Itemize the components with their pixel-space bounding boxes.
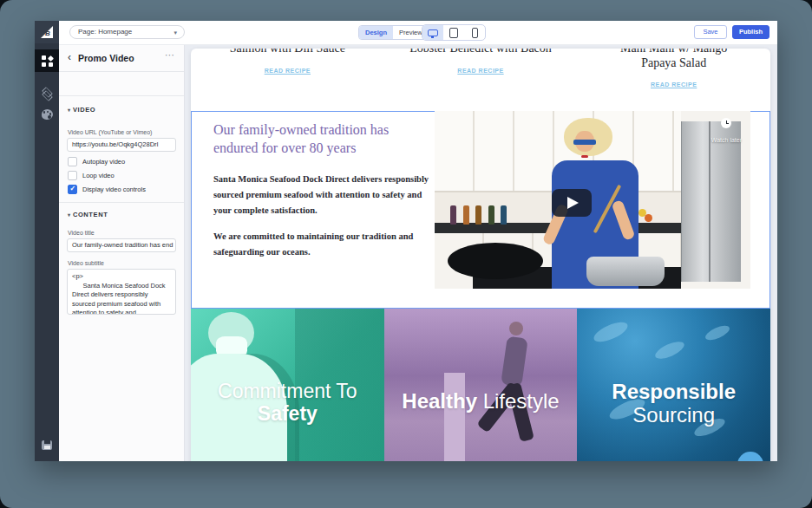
bottle-shape [488, 205, 494, 225]
fish-shape [653, 338, 687, 361]
sidebar-item-styles[interactable] [35, 103, 59, 126]
bottle-shape [450, 205, 456, 225]
device-tablet-button[interactable] [443, 25, 464, 40]
checkbox[interactable] [68, 171, 77, 180]
tile-responsible-sourcing[interactable]: Responsible Sourcing [577, 309, 770, 461]
feature-tiles-row: Commitment To Safety Healthy Lifestyle [191, 309, 770, 461]
device-desktop-button[interactable] [422, 25, 443, 40]
host-lips [581, 155, 588, 158]
top-toolbar: Page: Homepage Design Preview Save Publi… [59, 21, 777, 45]
autoplay-checkbox-row[interactable]: Autoplay video [68, 157, 125, 166]
fish-shape [592, 318, 631, 346]
tab-design[interactable]: Design [359, 26, 393, 39]
section-header-content[interactable]: CONTENT [68, 211, 108, 218]
settings-panel: Promo Video VIDEO Video URL (YouTube or … [59, 45, 185, 461]
read-recipe-link[interactable]: READ RECIPE [651, 81, 697, 88]
recipe-title-clip: Salmon with Dill Sauce [191, 49, 384, 64]
bottle-shape [475, 205, 481, 225]
clock-icon [721, 118, 731, 128]
layers-icon [42, 89, 53, 100]
divider [59, 71, 184, 72]
page-selector-dropdown[interactable]: Page: Homepage [69, 25, 185, 39]
recipe-title-clip: Mahi Mahi w/ Mango Papaya Salad [577, 49, 770, 78]
tile-label-line1: Commitment To [218, 380, 357, 402]
video-subtitle-textarea[interactable]: <p> Santa Monica Seafood Dock Direct del… [67, 269, 176, 315]
recipes-row: Salmon with Dill Sauce READ RECIPE Lobst… [191, 49, 770, 111]
checkbox[interactable] [68, 185, 77, 194]
tile-healthy-lifestyle[interactable]: Healthy Lifestyle [384, 309, 578, 461]
cooking-pot [586, 257, 665, 286]
video-url-input[interactable]: https://youtu.be/Oqkg4Q28DrI [67, 138, 176, 152]
tile-label-word1: Healthy [402, 389, 477, 413]
divider [59, 95, 184, 96]
recipe-title: Mahi Mahi w/ Mango Papaya Salad [601, 49, 746, 70]
play-button[interactable] [552, 189, 592, 217]
tile-label-line2: Sourcing [632, 403, 715, 427]
fruit-shape [645, 214, 652, 222]
brand-logo-letter: B [45, 29, 50, 37]
app-window: B Page: Homepage Design Preview [35, 21, 777, 461]
runner-silhouette [501, 336, 528, 388]
back-chevron-icon[interactable] [68, 51, 71, 63]
recipe-title-clip: Lobster Benedict with Bacon [384, 49, 578, 64]
controls-checkbox-label: Display video controls [82, 186, 146, 193]
autoplay-checkbox-label: Autoplay video [82, 158, 125, 166]
recipe-card-salmon: Salmon with Dill Sauce READ RECIPE [191, 49, 384, 111]
promo-video-section-selected[interactable]: Our family-owned tradition has endured f… [191, 111, 770, 309]
bottle-shape [501, 205, 507, 225]
video-title-input[interactable]: Our family-owned tradition has end [67, 238, 176, 252]
runner-silhouette [509, 322, 523, 335]
tablet-icon [449, 28, 458, 38]
bottle-shape [463, 205, 469, 225]
tile-commitment-to-safety[interactable]: Commitment To Safety [191, 309, 384, 461]
video-url-label: Video URL (YouTube or Vimeo) [68, 129, 152, 135]
sidebar-item-save[interactable] [35, 433, 59, 456]
watch-later-button[interactable]: Watch later [711, 118, 742, 146]
loop-checkbox-row[interactable]: Loop video [68, 171, 115, 180]
tile-label-line2: Safety [258, 402, 318, 425]
left-icon-rail: B [35, 21, 59, 461]
divider [59, 202, 184, 203]
loop-checkbox-label: Loop video [82, 172, 115, 179]
save-button[interactable]: Save [694, 25, 727, 39]
device-phone-button[interactable] [464, 25, 485, 40]
video-thumbnail-wok [448, 243, 543, 279]
recipe-title: Lobster Benedict with Bacon [384, 49, 578, 55]
brand-logo[interactable]: B [35, 21, 59, 43]
recipe-card-mahi: Mahi Mahi w/ Mango Papaya Salad READ REC… [577, 49, 770, 111]
video-subtitle-label: Video subtitle [68, 260, 104, 266]
video-title-label: Video title [68, 230, 95, 236]
palette-icon [42, 109, 53, 120]
tile-photo [444, 373, 465, 461]
save-disk-icon [42, 440, 52, 450]
controls-checkbox-row[interactable]: Display video controls [68, 185, 146, 194]
section-header-video[interactable]: VIDEO [68, 106, 95, 114]
read-recipe-link[interactable]: READ RECIPE [265, 68, 311, 74]
host-glasses [573, 140, 596, 145]
tile-label: Responsible Sourcing [577, 380, 770, 427]
device-toggle-group [422, 24, 486, 41]
page-preview-card: Salmon with Dill Sauce READ RECIPE Lobst… [191, 49, 770, 461]
desktop-icon [428, 29, 438, 36]
tile-label: Commitment To Safety [191, 380, 384, 426]
video-text-block: Our family-owned tradition has endured f… [213, 121, 432, 260]
panel-title: Promo Video [78, 53, 134, 63]
sidebar-item-blocks[interactable] [35, 49, 59, 72]
page-selector-label: Page: Homepage [78, 28, 132, 36]
publish-button[interactable]: Publish [732, 25, 769, 39]
more-options-icon[interactable] [165, 49, 175, 61]
video-section-paragraph-2: We are committed to maintaining our trad… [213, 229, 432, 260]
youtube-video-embed[interactable]: Watch later [435, 111, 750, 289]
design-canvas: Salmon with Dill Sauce READ RECIPE Lobst… [185, 45, 777, 461]
fish-shape [704, 323, 731, 343]
video-section-heading: Our family-owned tradition has endured f… [213, 121, 432, 158]
checkbox[interactable] [68, 157, 77, 166]
tile-label: Healthy Lifestyle [384, 389, 578, 414]
recipe-title: Salmon with Dill Sauce [191, 49, 384, 55]
desktop-background: B Page: Homepage Design Preview [0, 0, 812, 508]
video-section-paragraph-1: Santa Monica Seafood Dock Direct deliver… [213, 172, 432, 218]
phone-icon [472, 28, 478, 38]
read-recipe-link[interactable]: READ RECIPE [457, 68, 503, 74]
recipe-card-lobster: Lobster Benedict with Bacon READ RECIPE [384, 49, 578, 111]
tile-label-word2: Lifestyle [483, 389, 560, 413]
